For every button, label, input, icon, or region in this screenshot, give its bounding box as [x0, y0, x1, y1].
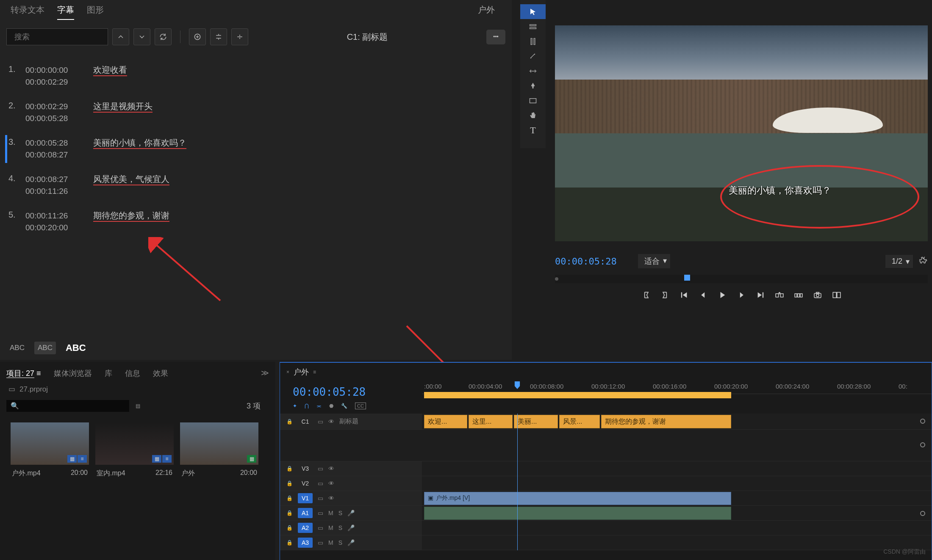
toggle-output-icon[interactable]: ▭: [318, 539, 323, 546]
horizontal-center-tool[interactable]: [520, 34, 546, 49]
video-clip[interactable]: ▣户外.mp4 [V]: [424, 492, 731, 505]
add-caption-button[interactable]: [189, 28, 206, 45]
cc-toggle[interactable]: CC: [355, 403, 366, 409]
eye-icon[interactable]: 👁: [328, 480, 334, 487]
more-options-button[interactable]: •••: [486, 30, 505, 44]
mark-out-button[interactable]: [660, 290, 671, 300]
subtitle-item[interactable]: 4. 00:00:08:2700:00:11:26 风景优美，气候宜人: [8, 167, 503, 204]
selection-tool[interactable]: [520, 4, 546, 19]
mic-icon[interactable]: 🎤: [347, 539, 355, 546]
lock-icon[interactable]: 🔒: [286, 480, 293, 486]
tabs-overflow[interactable]: ≫: [261, 368, 269, 378]
project-search-input[interactable]: [6, 400, 129, 412]
magnet-toggle[interactable]: ⋂: [305, 403, 309, 409]
timeline-tracks[interactable]: 欢迎... 这里... 美丽... 风景... 期待您的参观，谢谢 ▣户外.mp…: [422, 414, 932, 550]
subtitle-text[interactable]: 期待您的参观，谢谢: [89, 210, 169, 234]
program-monitor[interactable]: 美丽的小镇，你喜欢吗？: [555, 25, 928, 241]
lock-icon[interactable]: 🔒: [286, 540, 293, 546]
zoom-fit-dropdown[interactable]: 适合: [638, 254, 670, 268]
subtitle-text[interactable]: 这里是视频开头: [89, 101, 153, 124]
wrench-icon[interactable]: 🔧: [341, 403, 347, 409]
extract-button[interactable]: [793, 290, 804, 300]
merge-caption-button[interactable]: [231, 28, 248, 45]
subtitle-item[interactable]: 5. 00:00:11:2600:00:20:00 期待您的参观，谢谢: [8, 204, 503, 240]
toggle-output-icon[interactable]: ▭: [318, 480, 323, 487]
nav-up-button[interactable]: [112, 28, 129, 45]
track-label[interactable]: V1: [298, 493, 313, 503]
linked-selection-toggle[interactable]: ⫘: [316, 403, 322, 409]
solo-label[interactable]: S: [338, 524, 342, 531]
track-label[interactable]: C1: [298, 417, 313, 427]
program-timecode[interactable]: 00:00:05:28: [555, 256, 617, 267]
tab-libraries[interactable]: 库: [105, 368, 112, 378]
pen-tool[interactable]: [520, 78, 546, 93]
program-scrubber[interactable]: [555, 275, 928, 283]
toggle-output-icon[interactable]: ▭: [318, 524, 323, 531]
toggle-output-icon[interactable]: ▭: [318, 465, 323, 472]
step-forward-button[interactable]: [736, 290, 747, 300]
subtitle-item-active[interactable]: 3. 00:00:05:2800:00:08:27 美丽的小镇，你喜欢吗？: [8, 131, 503, 167]
search-box[interactable]: [6, 28, 108, 45]
tab-captions[interactable]: 字幕: [57, 4, 74, 20]
track-label[interactable]: A3: [298, 538, 313, 548]
work-area-bar[interactable]: [424, 392, 731, 398]
track-label[interactable]: A1: [298, 508, 313, 518]
a2-track[interactable]: [422, 521, 932, 535]
tab-effects[interactable]: 效果: [153, 368, 168, 378]
step-back-button[interactable]: [698, 290, 709, 300]
eye-icon[interactable]: 👁: [328, 418, 334, 425]
lock-icon[interactable]: 🔒: [286, 466, 293, 472]
rotate-tool[interactable]: [520, 49, 546, 63]
v1-track[interactable]: ▣户外.mp4 [V]: [422, 491, 932, 506]
mute-label[interactable]: M: [328, 510, 333, 516]
go-to-in-button[interactable]: [679, 290, 690, 300]
lock-icon[interactable]: 🔒: [286, 495, 293, 501]
timeline-ruler[interactable]: :00:00 00:00:04:00 00:00:08:00 00:00:12:…: [422, 381, 932, 394]
caption-clip[interactable]: 欢迎...: [424, 415, 467, 428]
audio-clip[interactable]: [424, 507, 731, 520]
media-item[interactable]: ▦≡ 室内.mp422:16: [95, 422, 174, 482]
lock-icon[interactable]: 🔒: [286, 510, 293, 516]
solo-label[interactable]: S: [338, 539, 342, 546]
a3-track-header[interactable]: 🔒A3▭MS🎤: [280, 535, 422, 550]
marker-toggle[interactable]: ⬣: [329, 403, 333, 409]
solo-label[interactable]: S: [338, 510, 342, 516]
resolution-dropdown[interactable]: 1/2: [885, 255, 913, 268]
rectangle-tool[interactable]: [520, 93, 546, 108]
lock-icon[interactable]: 🔒: [286, 419, 293, 425]
a1-track[interactable]: [422, 506, 932, 521]
caption-clip[interactable]: 期待您的参观，谢谢: [601, 415, 731, 428]
split-caption-button[interactable]: [210, 28, 227, 45]
hand-tool[interactable]: [520, 108, 546, 123]
track-label[interactable]: V3: [298, 463, 313, 474]
track-label[interactable]: V2: [298, 478, 313, 488]
v2-track-header[interactable]: 🔒V2▭👁: [280, 476, 422, 491]
track-collapse-dot[interactable]: [920, 442, 925, 447]
tab-graphics[interactable]: 图形: [87, 4, 104, 20]
go-to-out-button[interactable]: [755, 290, 766, 300]
mic-icon[interactable]: 🎤: [347, 524, 355, 531]
snap-toggle[interactable]: ✦: [293, 403, 297, 409]
toggle-output-icon[interactable]: ▭: [318, 495, 323, 502]
subtitle-item[interactable]: 1. 00:00:00:0000:00:02:29 欢迎收看: [8, 58, 503, 94]
media-item[interactable]: ▦ 户外20:00: [180, 422, 258, 482]
subtitle-text[interactable]: 欢迎收看: [89, 64, 127, 88]
close-tab-icon[interactable]: ×: [286, 369, 289, 375]
caption-clip[interactable]: 风景...: [559, 415, 600, 428]
settings-button[interactable]: [919, 256, 928, 267]
v3-track[interactable]: [422, 461, 932, 476]
toggle-output-icon[interactable]: ▭: [318, 510, 323, 516]
tab-transcript[interactable]: 转录文本: [11, 4, 44, 20]
mute-label[interactable]: M: [328, 524, 333, 531]
v3-track-header[interactable]: 🔒V3▭👁: [280, 461, 422, 476]
lift-button[interactable]: [774, 290, 785, 300]
sequence-title[interactable]: 户外: [294, 367, 309, 377]
caption-track-header[interactable]: 🔒 C1 ▭ 👁 副标题: [280, 414, 422, 430]
track-collapse-dot[interactable]: [920, 511, 925, 516]
subtitle-text[interactable]: 风景优美，气候宜人: [89, 174, 169, 197]
export-frame-button[interactable]: [813, 290, 823, 300]
caption-clip[interactable]: 美丽...: [514, 415, 558, 428]
subtitle-item[interactable]: 2. 00:00:02:2900:00:05:28 这里是视频开头: [8, 94, 503, 131]
caption-clip[interactable]: 这里...: [469, 415, 513, 428]
eye-icon[interactable]: 👁: [328, 465, 334, 472]
